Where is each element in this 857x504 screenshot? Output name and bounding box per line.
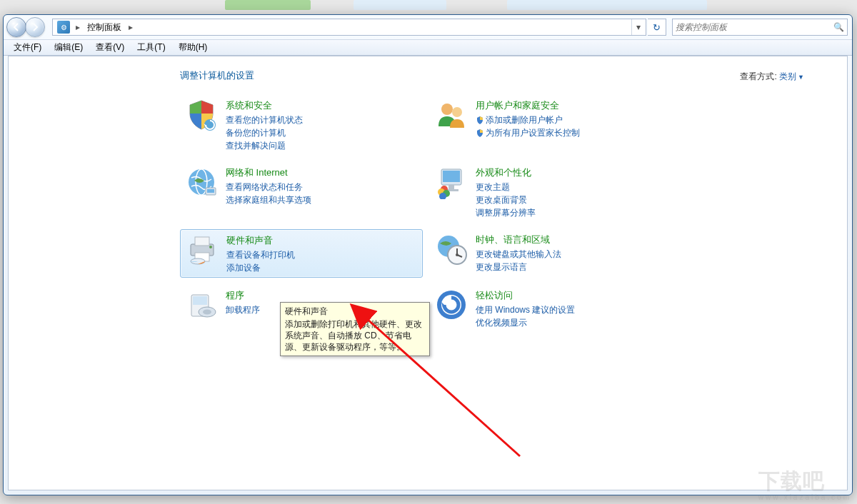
- category-ease-of-access[interactable]: 轻松访问 使用 Windows 建议的设置 优化视频显示: [430, 285, 673, 332]
- category-title[interactable]: 外观和个性化: [476, 166, 536, 179]
- svg-point-29: [203, 310, 211, 315]
- link-homegroup[interactable]: 选择家庭组和共享选项: [226, 193, 311, 206]
- link-change-theme[interactable]: 更改主题: [476, 181, 536, 193]
- link-windows-recommended[interactable]: 使用 Windows 建议的设置: [476, 303, 575, 316]
- category-title[interactable]: 网络和 Internet: [226, 166, 311, 179]
- svg-rect-9: [448, 185, 454, 189]
- view-by-dropdown[interactable]: 类别▼: [779, 71, 804, 81]
- category-title[interactable]: 硬件和声音: [226, 234, 295, 247]
- link-troubleshoot[interactable]: 查找并解决问题: [226, 139, 303, 152]
- search-icon[interactable]: 🔍: [833, 22, 844, 32]
- link-devices-printers[interactable]: 查看设备和打印机: [226, 248, 295, 261]
- link-add-device[interactable]: 添加设备: [226, 261, 295, 274]
- link-change-wallpaper[interactable]: 更改桌面背景: [476, 193, 536, 206]
- link-backup[interactable]: 备份您的计算机: [226, 126, 303, 139]
- close-button[interactable]: ✕: [818, 14, 852, 15]
- link-screen-resolution[interactable]: 调整屏幕分辨率: [476, 206, 536, 219]
- svg-point-1: [441, 104, 453, 115]
- menu-edit[interactable]: 编辑(E): [49, 40, 89, 55]
- search-input[interactable]: [676, 22, 833, 32]
- category-title[interactable]: 轻松访问: [476, 289, 575, 302]
- svg-point-25: [456, 253, 458, 256]
- page-title: 调整计算机的设置: [180, 69, 818, 82]
- menu-tools[interactable]: 工具(T): [131, 40, 171, 55]
- menu-view[interactable]: 查看(V): [90, 40, 130, 55]
- tooltip-hardware-sound: 硬件和声音 添加或删除打印机和其他硬件、更改系统声音、自动播放 CD、节省电源、…: [280, 302, 430, 356]
- ease-of-access-icon: [434, 288, 468, 322]
- breadcrumb-dropdown[interactable]: ▾: [631, 19, 644, 35]
- category-title[interactable]: 用户帐户和家庭安全: [476, 99, 580, 112]
- back-button[interactable]: [6, 17, 26, 37]
- category-system-security[interactable]: 系统和安全 查看您的计算机状态 备份您的计算机 查找并解决问题: [180, 95, 423, 155]
- category-title[interactable]: 程序: [226, 289, 260, 302]
- menu-help[interactable]: 帮助(H): [173, 40, 214, 55]
- refresh-button[interactable]: ↻: [648, 19, 666, 36]
- menu-file[interactable]: 文件(F): [8, 40, 47, 55]
- category-user-accounts[interactable]: 用户帐户和家庭安全 添加或删除用户帐户 为所有用户设置家长控制: [430, 95, 673, 155]
- forward-button[interactable]: [25, 17, 45, 37]
- minimize-button[interactable]: ─: [772, 14, 793, 15]
- link-parental-controls[interactable]: 为所有用户设置家长控制: [476, 126, 580, 139]
- category-appearance[interactable]: 外观和个性化 更改主题 更改桌面背景 调整屏幕分辨率: [430, 162, 673, 222]
- category-title[interactable]: 系统和安全: [226, 99, 303, 112]
- menu-bar: 文件(F) 编辑(E) 查看(V) 工具(T) 帮助(H): [4, 39, 852, 56]
- printer-icon: [185, 233, 219, 267]
- control-panel-window: ─ ▭ ✕ ⚙ ▸ 控制面板 ▸ ▾ ↻ 🔍 文件(F) 编辑(E): [3, 14, 853, 495]
- address-bar: ⚙ ▸ 控制面板 ▸ ▾ ↻ 🔍: [4, 15, 852, 39]
- svg-rect-27: [193, 296, 207, 305]
- link-network-status[interactable]: 查看网络状态和任务: [226, 181, 311, 193]
- tooltip-body: 添加或删除打印机和其他硬件、更改系统声音、自动播放 CD、节省电源、更新设备驱动…: [285, 318, 425, 353]
- content-area: 调整计算机的设置 查看方式: 类别▼: [8, 56, 848, 490]
- svg-point-2: [452, 107, 462, 117]
- svg-point-18: [209, 246, 212, 248]
- link-uninstall-program[interactable]: 卸载程序: [226, 303, 260, 316]
- view-by: 查看方式: 类别▼: [740, 71, 804, 83]
- chevron-right-icon[interactable]: ▸: [126, 19, 136, 35]
- control-panel-icon: ⚙: [57, 21, 70, 34]
- link-display-language[interactable]: 更改显示语言: [476, 261, 561, 273]
- svg-rect-6: [207, 189, 214, 193]
- users-icon: [434, 98, 468, 132]
- breadcrumb-segment[interactable]: 控制面板: [83, 19, 126, 35]
- breadcrumb[interactable]: ⚙ ▸ 控制面板 ▸ ▾: [52, 19, 646, 36]
- clock-globe-icon: [434, 232, 468, 266]
- category-hardware-sound[interactable]: 硬件和声音 查看设备和打印机 添加设备: [180, 229, 423, 278]
- shield-icon: [184, 98, 219, 132]
- link-optimize-video[interactable]: 优化视频显示: [476, 316, 575, 329]
- link-keyboard-input[interactable]: 更改键盘或其他输入法: [476, 248, 561, 261]
- category-title[interactable]: 时钟、语言和区域: [476, 233, 561, 246]
- link-system-status[interactable]: 查看您的计算机状态: [226, 114, 303, 126]
- category-network-internet[interactable]: 网络和 Internet 查看网络状态和任务 选择家庭组和共享选项: [180, 162, 423, 222]
- tooltip-title: 硬件和声音: [285, 306, 425, 317]
- svg-rect-16: [195, 237, 209, 246]
- programs-icon: [184, 288, 219, 322]
- category-clock-language-region[interactable]: 时钟、语言和区域 更改键盘或其他输入法 更改显示语言: [430, 229, 673, 278]
- search-box[interactable]: 🔍: [672, 19, 848, 36]
- svg-rect-8: [443, 171, 460, 182]
- chevron-right-icon[interactable]: ▸: [73, 19, 83, 35]
- globe-icon: [184, 165, 219, 199]
- appearance-icon: [434, 165, 468, 199]
- view-by-label: 查看方式:: [740, 71, 776, 81]
- maximize-button[interactable]: ▭: [795, 14, 816, 15]
- link-add-remove-accounts[interactable]: 添加或删除用户帐户: [476, 114, 580, 126]
